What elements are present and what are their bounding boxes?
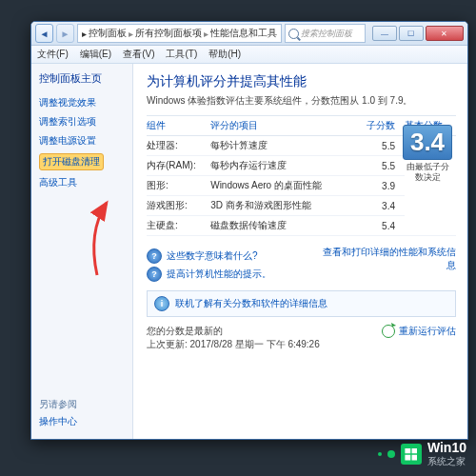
help-icon: ? [147,248,162,264]
help-icon: ? [147,267,162,282]
cell-score: 3.4 [355,196,405,216]
breadcrumb[interactable]: ▸ 控制面板 ▸ 所有控制面板项 ▸ 性能信息和工具 [77,24,282,43]
sidebar-item-visual[interactable]: 调整视觉效果 [39,96,132,109]
cell-desc: 每秒内存运行速度 [210,156,355,176]
base-score-value: 3.4 [403,125,452,160]
col-component: 组件 [147,116,210,136]
menu-tools[interactable]: 工具(T) [166,48,197,61]
menu-view[interactable]: 查看(V) [123,48,154,61]
base-score-label: 由最低子分数决定 [403,162,452,183]
minimize-button[interactable]: — [372,26,397,41]
help-links: ?这些数字意味着什么? ?提高计算机性能的提示。 查看和打印详细的性能和系统信息… [147,246,456,317]
close-button[interactable]: ✕ [426,26,464,41]
menu-file[interactable]: 文件(F) [37,48,69,61]
cell-desc: 磁盘数据传输速度 [210,216,355,236]
windows-icon [401,444,422,465]
menu-edit[interactable]: 编辑(E) [80,48,111,61]
crumb-item[interactable]: 所有控制面板项 [135,27,202,40]
cell-score: 5.5 [355,136,405,156]
link-learn-online[interactable]: 联机了解有关分数和软件的详细信息 [175,297,327,310]
menubar: 文件(F) 编辑(E) 查看(V) 工具(T) 帮助(H) [31,46,467,64]
rerun-assessment[interactable]: 重新运行评估 [382,325,456,338]
sidebar-item-power[interactable]: 调整电源设置 [39,134,132,148]
crumb-item[interactable]: 控制面板 [89,27,127,40]
sidebar-home[interactable]: 控制面板主页 [39,71,132,86]
info-icon: i [154,296,169,311]
info-box: i 联机了解有关分数和软件的详细信息 [147,290,456,317]
cell-desc: Windows Aero 的桌面性能 [210,176,355,196]
sidebar-item-advanced[interactable]: 高级工具 [39,176,132,189]
cell-score: 3.9 [355,176,405,196]
watermark-subtitle: 系统之家 [427,455,466,468]
last-updated: 上次更新: 2017/8/28 星期一 下午 6:49:26 [147,338,456,351]
maximize-button[interactable]: ☐ [399,26,424,41]
cell-component: 内存(RAM): [147,156,210,176]
crumb-item[interactable]: 性能信息和工具 [210,27,277,40]
sidebar-item-disk-cleanup[interactable]: 打开磁盘清理 [39,153,104,170]
cell-desc: 3D 商务和游戏图形性能 [210,196,355,216]
folder-icon: ▸ [82,29,87,39]
page-description: Windows 体验指数评估主要系统组件，分数范围从 1.0 到 7.9。 [147,94,456,108]
refresh-icon [382,325,395,338]
col-rated: 评分的项目 [210,116,355,136]
watermark-title: Win10 [427,440,466,455]
sidebar-item-action-center[interactable]: 操作中心 [39,415,132,428]
search-icon [288,29,299,39]
col-subscore: 子分数 [355,116,405,136]
chevron-right-icon: ▸ [204,29,208,39]
sidebar-see-also: 另请参阅 操作中心 [39,398,132,431]
footer: 重新运行评估 您的分数是最新的 上次更新: 2017/8/28 星期一 下午 6… [147,325,456,351]
cell-score: 5.5 [355,156,405,176]
watermark: Win10 系统之家 [378,440,466,468]
cell-component: 处理器: [147,136,210,156]
link-print-details[interactable]: 查看和打印详细的性能和系统信息 [323,246,456,272]
see-also-heading: 另请参阅 [39,398,132,411]
link-tips[interactable]: 提高计算机性能的提示。 [167,268,271,281]
nav-back-button[interactable]: ◄ [35,24,53,43]
sidebar-item-index[interactable]: 调整索引选项 [39,115,132,129]
main-content: 为计算机评分并提高其性能 Windows 体验指数评估主要系统组件，分数范围从 … [133,64,467,439]
cell-component: 主硬盘: [147,216,210,236]
cell-component: 游戏图形: [147,196,210,216]
window-body: 控制面板主页 调整视觉效果 调整索引选项 调整电源设置 打开磁盘清理 高级工具 … [31,64,467,439]
cell-component: 图形: [147,176,210,196]
cell-score: 5.4 [355,216,405,236]
sidebar: 控制面板主页 调整视觉效果 调整索引选项 调整电源设置 打开磁盘清理 高级工具 … [31,64,133,439]
cell-desc: 每秒计算速度 [210,136,355,156]
nav-forward-button[interactable]: ► [56,24,74,43]
menu-help[interactable]: 帮助(H) [208,48,241,61]
search-input[interactable]: 搜索控制面板 [285,24,366,43]
base-score-box: 3.4 由最低子分数决定 [403,125,452,183]
control-panel-window: ◄ ► ▸ 控制面板 ▸ 所有控制面板项 ▸ 性能信息和工具 搜索控制面板 — … [30,21,468,440]
window-controls: — ☐ ✕ [372,26,464,41]
titlebar: ◄ ► ▸ 控制面板 ▸ 所有控制面板项 ▸ 性能信息和工具 搜索控制面板 — … [31,22,467,46]
chevron-right-icon: ▸ [129,29,133,39]
page-title: 为计算机评分并提高其性能 [147,73,456,90]
link-what-numbers[interactable]: 这些数字意味着什么? [167,249,258,263]
